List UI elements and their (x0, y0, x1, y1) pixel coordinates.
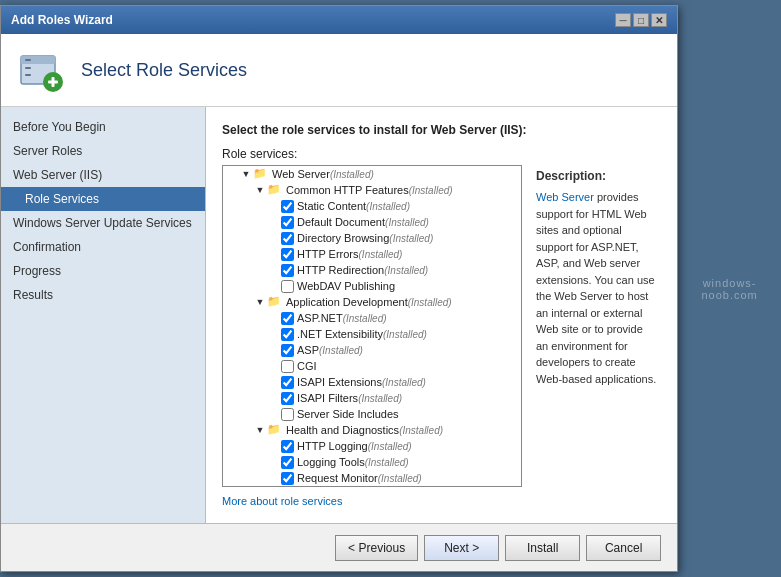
folder-icon: 📁 (267, 295, 283, 309)
checkbox-isapi-extensions[interactable] (281, 376, 294, 389)
checkbox-cgi[interactable] (281, 360, 294, 373)
instruction-static: Select the role services to install for (222, 123, 431, 137)
svg-rect-4 (25, 74, 31, 76)
tree-item-asp-net[interactable]: ASP.NET (Installed) (223, 310, 521, 326)
checkbox-default-document[interactable] (281, 216, 294, 229)
folder-icon: 📁 (267, 423, 283, 437)
status-label: (Installed) (330, 169, 374, 180)
status-label: (Installed) (408, 297, 452, 308)
checkbox-http-logging[interactable] (281, 440, 294, 453)
tree-item-directory-browsing[interactable]: Directory Browsing (Installed) (223, 230, 521, 246)
maximize-button[interactable]: □ (633, 13, 649, 27)
tree-item-logging-tools[interactable]: Logging Tools (Installed) (223, 454, 521, 470)
status-label: (Installed) (383, 329, 427, 340)
checkbox-directory-browsing[interactable] (281, 232, 294, 245)
expander-web-server[interactable]: ▼ (239, 167, 253, 181)
dialog-title: Add Roles Wizard (11, 13, 113, 27)
install-button[interactable]: Install (505, 535, 580, 561)
cancel-button[interactable]: Cancel (586, 535, 661, 561)
status-label: (Installed) (368, 441, 412, 452)
tree-label: ASP (297, 344, 319, 356)
checkbox-asp-net[interactable] (281, 312, 294, 325)
tree-item-http-logging[interactable]: HTTP Logging (Installed) (223, 438, 521, 454)
tree-item-common-http[interactable]: ▼ 📁 Common HTTP Features (Installed) (223, 182, 521, 198)
status-label: (Installed) (365, 457, 409, 468)
more-about-role-services-link[interactable]: More about role services (222, 495, 342, 507)
tree-item-http-errors[interactable]: HTTP Errors (Installed) (223, 246, 521, 262)
expander-none (267, 327, 281, 341)
tree-item-net-extensibility[interactable]: .NET Extensibility (Installed) (223, 326, 521, 342)
expander-app-dev[interactable]: ▼ (253, 295, 267, 309)
description-text: Web Server provides support for HTML Web… (536, 189, 657, 387)
status-label: (Installed) (359, 249, 403, 260)
tree-item-http-redirection[interactable]: HTTP Redirection (Installed) (223, 262, 521, 278)
status-label: (Installed) (384, 265, 428, 276)
tree-item-web-server[interactable]: ▼ 📁 Web Server (Installed) (223, 166, 521, 182)
expander-none (267, 343, 281, 357)
sidebar-item-server-roles[interactable]: Server Roles (1, 139, 205, 163)
checkbox-logging-tools[interactable] (281, 456, 294, 469)
main-panel: Select the role services to install for … (206, 107, 677, 523)
sidebar-item-results[interactable]: Results (1, 283, 205, 307)
checkbox-net-extensibility[interactable] (281, 328, 294, 341)
close-button[interactable]: ✕ (651, 13, 667, 27)
status-label: (Installed) (319, 345, 363, 356)
expander-none (267, 279, 281, 293)
checkbox-request-monitor[interactable] (281, 472, 294, 485)
tree-item-cgi[interactable]: CGI (223, 358, 521, 374)
checkbox-http-redirection[interactable] (281, 264, 294, 277)
tree-item-app-dev[interactable]: ▼ 📁 Application Development (Installed) (223, 294, 521, 310)
svg-rect-2 (25, 59, 31, 61)
expander-none (267, 375, 281, 389)
minimize-button[interactable]: ─ (615, 13, 631, 27)
status-label: (Installed) (343, 313, 387, 324)
checkbox-isapi-filters[interactable] (281, 392, 294, 405)
tree-label: .NET Extensibility (297, 328, 383, 340)
sidebar-item-role-services[interactable]: Role Services (1, 187, 205, 211)
tree-label: Logging Tools (297, 456, 365, 468)
expander-none (267, 455, 281, 469)
tree-item-default-document[interactable]: Default Document (Installed) (223, 214, 521, 230)
description-title: Description: (536, 169, 657, 183)
sidebar-item-confirmation[interactable]: Confirmation (1, 235, 205, 259)
checkbox-static-content[interactable] (281, 200, 294, 213)
status-label: (Installed) (385, 217, 429, 228)
title-bar: Add Roles Wizard ─ □ ✕ (1, 6, 677, 34)
sidebar-item-wsus[interactable]: Windows Server Update Services (1, 211, 205, 235)
checkbox-server-side-includes[interactable] (281, 408, 294, 421)
wizard-content: Before You Begin Server Roles Web Server… (1, 107, 677, 523)
svg-rect-7 (52, 77, 55, 87)
tree-label: ISAPI Extensions (297, 376, 382, 388)
previous-button[interactable]: < Previous (335, 535, 418, 561)
tree-item-server-side-includes[interactable]: Server Side Includes (223, 406, 521, 422)
sidebar-item-web-server[interactable]: Web Server (IIS) (1, 163, 205, 187)
checkbox-webdav-publishing[interactable] (281, 280, 294, 293)
expander-none (267, 215, 281, 229)
next-button[interactable]: Next > (424, 535, 499, 561)
tree-label: HTTP Logging (297, 440, 368, 452)
tree-item-isapi-filters[interactable]: ISAPI Filters (Installed) (223, 390, 521, 406)
tree-item-isapi-extensions[interactable]: ISAPI Extensions (Installed) (223, 374, 521, 390)
wizard-icon (17, 46, 65, 94)
sidebar-item-progress[interactable]: Progress (1, 259, 205, 283)
page-title: Select Role Services (81, 60, 247, 81)
checkbox-http-errors[interactable] (281, 248, 294, 261)
tree-label: Request Monitor (297, 472, 378, 484)
checkbox-asp[interactable] (281, 344, 294, 357)
tree-item-static-content[interactable]: Static Content (Installed) (223, 198, 521, 214)
tree-item-tracing[interactable]: Tracing (Installed) (223, 486, 521, 487)
tree-label: Server Side Includes (297, 408, 399, 420)
sidebar-item-before-you-begin[interactable]: Before You Begin (1, 115, 205, 139)
expander-health-diag[interactable]: ▼ (253, 423, 267, 437)
tree-item-request-monitor[interactable]: Request Monitor (Installed) (223, 470, 521, 486)
status-label: (Installed) (389, 233, 433, 244)
role-services-tree[interactable]: ▼ 📁 Web Server (Installed) ▼ 📁 Common HT… (222, 165, 522, 487)
tree-item-asp[interactable]: ASP (Installed) (223, 342, 521, 358)
tree-item-health-diag[interactable]: ▼ 📁 Health and Diagnostics (Installed) (223, 422, 521, 438)
tree-item-webdav-publishing[interactable]: WebDAV Publishing (223, 278, 521, 294)
expander-common-http[interactable]: ▼ (253, 183, 267, 197)
add-roles-wizard-dialog: Add Roles Wizard ─ □ ✕ Select Role Servi… (0, 5, 678, 572)
tree-label: Common HTTP Features (286, 184, 409, 196)
tree-label: HTTP Redirection (297, 264, 384, 276)
web-server-link[interactable]: Web Server (536, 191, 594, 203)
